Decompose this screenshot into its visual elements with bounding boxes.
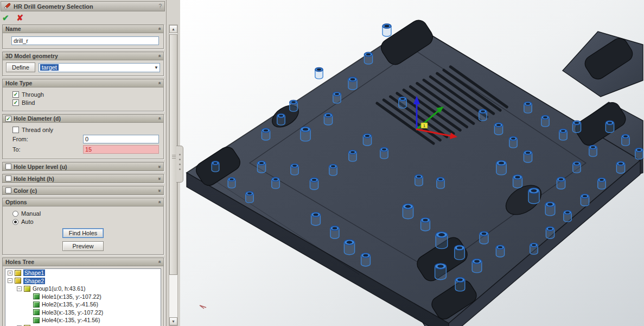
drill-hole-highlight[interactable] xyxy=(480,231,488,244)
drill-hole-highlight[interactable] xyxy=(290,100,297,111)
drill-hole-highlight[interactable] xyxy=(559,129,567,140)
tree-item-label[interactable]: Hole1(x:135, y:-107.22) xyxy=(42,293,101,300)
ok-button[interactable]: ✔ xyxy=(2,13,9,24)
drill-hole-highlight[interactable] xyxy=(581,194,589,206)
manual-radio[interactable] xyxy=(12,211,18,217)
drill-hole-highlight[interactable] xyxy=(272,177,279,189)
drill-hole-highlight[interactable] xyxy=(598,178,605,189)
find-holes-button[interactable]: Find Holes xyxy=(62,228,104,238)
drill-hole-highlight[interactable] xyxy=(546,227,554,239)
panel-splitter-handle[interactable] xyxy=(176,146,183,183)
collapse-up-icon[interactable]: » xyxy=(156,82,162,84)
drill-hole-highlight[interactable] xyxy=(421,218,430,231)
drill-hole-highlight[interactable] xyxy=(589,145,597,156)
drill-hole-highlight[interactable] xyxy=(530,243,538,254)
collapse-up-icon[interactable]: » xyxy=(156,117,162,120)
scroll-down-icon[interactable]: ▼ xyxy=(169,317,177,325)
section-enabled-checkbox[interactable] xyxy=(5,164,11,170)
expand-down-icon[interactable]: » xyxy=(156,165,162,168)
drill-hole-highlight[interactable] xyxy=(291,164,298,175)
diameter-enabled-checkbox[interactable]: ✓ xyxy=(5,116,11,122)
drill-hole-highlight[interactable] xyxy=(496,160,506,174)
drill-hole-highlight[interactable] xyxy=(436,232,448,249)
thread-only-checkbox[interactable] xyxy=(12,127,19,133)
drill-hole-highlight[interactable] xyxy=(435,264,447,280)
drill-hole-highlight[interactable] xyxy=(246,191,253,203)
collapsed-section-header[interactable]: Hole Height (h)» xyxy=(3,174,163,183)
cancel-button[interactable]: ✘ xyxy=(17,13,24,24)
drill-hole-highlight[interactable] xyxy=(363,134,371,146)
drill-hole-highlight[interactable] xyxy=(605,121,614,133)
drill-hole-highlight[interactable] xyxy=(361,253,371,266)
drill-hole-highlight[interactable] xyxy=(348,77,357,90)
geometry-section-header[interactable]: 3D Model geometry » xyxy=(3,52,163,60)
drill-hole-highlight[interactable] xyxy=(228,178,235,189)
expand-down-icon[interactable]: » xyxy=(156,177,162,180)
name-section-header[interactable]: Name » xyxy=(3,25,163,33)
drill-hole-highlight[interactable] xyxy=(310,178,318,190)
drill-hole-highlight[interactable] xyxy=(403,204,413,219)
drill-hole-highlight[interactable] xyxy=(622,134,629,146)
drill-hole-highlight[interactable] xyxy=(333,92,341,103)
section-enabled-checkbox[interactable] xyxy=(5,187,11,193)
chevron-down-icon[interactable]: ▼ xyxy=(154,65,158,70)
expand-down-icon[interactable]: » xyxy=(156,189,162,192)
to-input[interactable] xyxy=(83,145,159,154)
drill-hole-highlight[interactable] xyxy=(277,114,285,125)
tree-item-label[interactable]: Group1(u:0, h:43.61) xyxy=(33,285,85,292)
collapse-up-icon[interactable]: » xyxy=(156,200,162,203)
name-input[interactable] xyxy=(11,36,159,45)
collapsed-section-header[interactable]: Color (c)» xyxy=(3,186,163,195)
drill-hole-highlight[interactable] xyxy=(524,102,532,113)
drill-hole-highlight[interactable] xyxy=(399,97,406,108)
drill-hole-highlight[interactable] xyxy=(301,127,310,141)
drill-hole-highlight[interactable] xyxy=(212,161,219,172)
drill-hole-highlight[interactable] xyxy=(349,150,356,161)
drill-hole-highlight[interactable] xyxy=(329,164,337,175)
collapse-up-icon[interactable]: » xyxy=(156,54,162,57)
tree-row[interactable]: −Group1(u:0, h:43.61) xyxy=(5,285,161,293)
tree-expander-icon[interactable]: − xyxy=(17,286,22,291)
drill-hole-highlight[interactable] xyxy=(311,212,321,225)
tree-row[interactable]: Hole4(x:-135, y:-41.56) xyxy=(5,316,161,324)
drill-hole-highlight[interactable] xyxy=(496,245,504,257)
through-checkbox[interactable]: ✓ xyxy=(12,91,19,98)
tree-row[interactable]: +Group2(u:0, h:43) xyxy=(5,324,161,326)
drill-hole-highlight[interactable] xyxy=(557,177,565,189)
drill-hole-highlight[interactable] xyxy=(572,121,581,133)
blind-checkbox[interactable]: ✓ xyxy=(12,99,19,106)
drill-hole-highlight[interactable] xyxy=(315,67,323,79)
tree-item-label[interactable]: Hole4(x:-135, y:-41.56) xyxy=(42,317,100,323)
diameter-section-header[interactable]: ✓ Hole Diameter (d) » xyxy=(3,115,163,123)
drill-hole-highlight[interactable] xyxy=(545,202,555,216)
panel-title-bar[interactable]: HR Drill Geometry Selection ? xyxy=(1,1,165,11)
auto-radio[interactable] xyxy=(12,219,18,225)
drill-hole-highlight[interactable] xyxy=(528,188,539,204)
drill-hole-highlight[interactable] xyxy=(364,52,372,64)
tree-item-label[interactable]: Hole2(x:135, y:-41.56) xyxy=(42,301,98,308)
tree-row[interactable]: Hole1(x:135, y:-107.22) xyxy=(5,293,161,301)
drill-hole-highlight[interactable] xyxy=(455,278,465,291)
model-3d-view[interactable]: 1 xyxy=(180,0,644,326)
drill-hole-highlight[interactable] xyxy=(479,109,487,121)
tree-item-label[interactable]: Shape1 xyxy=(23,269,45,276)
drill-hole-highlight[interactable] xyxy=(513,175,522,188)
tree-row[interactable]: Hole2(x:135, y:-41.56) xyxy=(5,300,161,309)
tree-item-label[interactable]: Shape2 xyxy=(23,278,45,284)
holes-tree[interactable]: +Shape1−Shape2−Group1(u:0, h:43.61)Hole1… xyxy=(5,268,161,326)
drill-hole-highlight[interactable] xyxy=(455,245,464,259)
collapse-up-icon[interactable]: » xyxy=(156,27,162,30)
scroll-up-icon[interactable]: ▲ xyxy=(169,25,177,33)
drill-hole-highlight[interactable] xyxy=(324,113,332,125)
graphics-viewport[interactable]: 1 xyxy=(180,0,644,326)
tree-expander-icon[interactable]: − xyxy=(8,278,12,283)
drill-hole-highlight[interactable] xyxy=(541,115,549,127)
hole-type-section-header[interactable]: Hole Type » xyxy=(3,79,163,87)
drill-hole-highlight[interactable] xyxy=(472,259,482,273)
preview-button[interactable]: Preview xyxy=(62,241,104,251)
section-enabled-checkbox[interactable] xyxy=(5,175,11,181)
collapse-up-icon[interactable]: » xyxy=(156,260,162,263)
tree-expander-icon[interactable]: + xyxy=(8,271,12,275)
drill-hole-highlight[interactable] xyxy=(509,136,517,148)
tree-row[interactable]: Hole3(x:-135, y:-107.22) xyxy=(5,309,161,317)
